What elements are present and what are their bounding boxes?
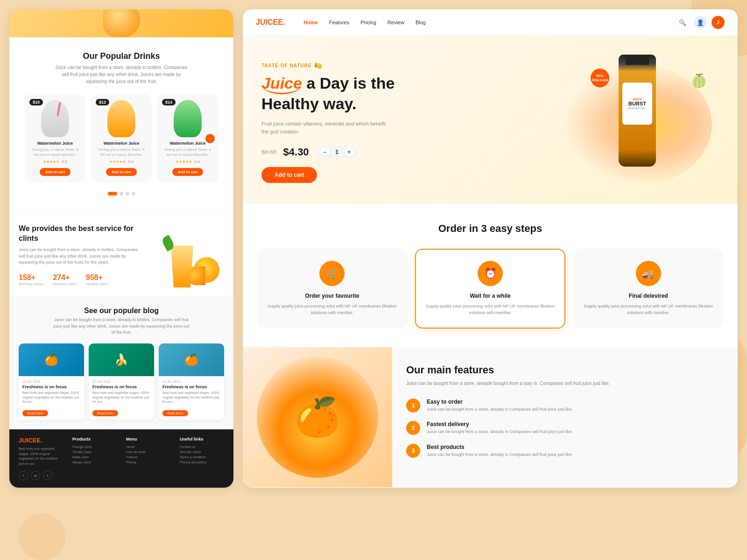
step-desc-2: Supply quality juice processing solut wi… xyxy=(581,303,715,316)
bottle-sub: ORANGE & PAS... xyxy=(627,107,647,110)
blog-date-2: 11 Jun 2023 xyxy=(162,380,220,383)
footer-useful-3[interactable]: Privacy and policy xyxy=(180,461,224,464)
avatar[interactable]: J xyxy=(712,16,725,29)
dot-3[interactable] xyxy=(126,192,129,196)
step-desc-0: Supply quality juice processing solut wi… xyxy=(265,303,399,316)
social-facebook[interactable]: f xyxy=(19,471,28,480)
steps-title: Order in 3 easy steps xyxy=(257,223,724,235)
footer-menu-2[interactable]: Feature xyxy=(126,455,170,459)
carousel-next-arrow[interactable]: → xyxy=(205,134,215,143)
discount-badge: 50% Discount xyxy=(591,69,609,87)
read-more-1[interactable]: Read more xyxy=(92,410,118,416)
nav-links: Home Features Pricing Review Blog xyxy=(303,20,676,25)
user-icon[interactable]: 👤 xyxy=(694,16,707,29)
service-text: We provides the best service for clints … xyxy=(19,224,142,286)
add-to-cart-hero[interactable]: Add to cart xyxy=(261,167,317,183)
stat-2: 958+ Healthy Juice xyxy=(86,273,108,286)
dot-1[interactable] xyxy=(108,192,117,196)
add-to-cart-2[interactable]: Add to cart xyxy=(172,168,203,176)
left-hero-area xyxy=(9,9,233,37)
stat-label-1: Delivery mans xyxy=(53,282,77,286)
step-card-0: 🛒 Order your favourite Supply quality ju… xyxy=(257,249,408,329)
feature-num-2: 3 xyxy=(406,444,420,458)
discount-percent: 50% xyxy=(596,74,604,78)
feature-text-0: Easy to order Juice can be bought from a… xyxy=(427,399,573,413)
discount-label: Discount xyxy=(592,78,608,82)
footer-link-0[interactable]: Orange Juice xyxy=(72,445,117,448)
hero-orange-splash xyxy=(103,9,140,37)
footer-link-3[interactable]: Mango Juice xyxy=(72,461,117,464)
qty-increase[interactable]: + xyxy=(345,147,354,157)
footer-brand-col: JUICEE. Best fruits and vegetable stages… xyxy=(19,437,63,480)
blog-post-title-0: Freshness is on focus xyxy=(22,385,80,389)
nav-link-home[interactable]: Home xyxy=(303,20,318,25)
footer-useful-2[interactable]: Terms & condition xyxy=(180,455,224,459)
features-section: 🍊 Our main features Juice can be bought … xyxy=(243,347,738,487)
footer-useful-1[interactable]: Security check xyxy=(180,450,224,454)
feature-desc-0: Juice can be bought from a store, alread… xyxy=(427,406,573,413)
add-to-cart-1[interactable]: Add to cart xyxy=(106,168,137,176)
social-twitter[interactable]: t xyxy=(43,471,52,480)
hero-old-price: $8.60 xyxy=(261,148,277,155)
footer-menu-1[interactable]: How we work xyxy=(126,450,170,454)
left-footer: JUICEE. Best fruits and vegetable stages… xyxy=(9,429,233,488)
blog-post-desc-1: Best fruits and vegetable stages, 100% o… xyxy=(92,391,150,404)
hero-tag: TASTE OF NATURE 🍋 xyxy=(261,62,556,69)
blog-grid: 🍊 10 Jun 2023 Freshness is on focus Best… xyxy=(19,343,224,420)
footer-link-2[interactable]: Malta Juice xyxy=(72,455,117,459)
search-icon[interactable]: 🔍 xyxy=(676,16,689,29)
blog-date-1: 10 Jun 2023 xyxy=(92,380,150,383)
blog-image-0: 🍊 xyxy=(19,343,84,376)
left-panel: Our Popular Drinks Juice can be bought f… xyxy=(9,9,233,488)
popular-drinks-title: Our Popular Drinks xyxy=(19,51,224,61)
stat-number-1: 274+ xyxy=(53,273,70,281)
feature-item-1: 2 Fastest delivery Juice can be bought f… xyxy=(406,421,724,435)
blog-date-0: 10 Jun 2023 xyxy=(22,380,80,383)
feature-title-2: Best products xyxy=(427,444,573,450)
blog-post-title-2: Freshness is on focus xyxy=(162,385,220,389)
drink-desc-2: Giving you a nature Taste. It life full … xyxy=(162,147,213,157)
stats-row: 158+ Running shops 274+ Delivery mans 95… xyxy=(19,273,142,286)
drink-desc-0: Giving you a nature Taste. It life full … xyxy=(29,147,81,157)
nav-link-blog[interactable]: Blog xyxy=(416,20,426,25)
hero-desc: Fruit juice contain vitamins, minerals a… xyxy=(261,120,392,136)
drink-desc-1: Giving you a nature Taste. It life full … xyxy=(96,147,147,157)
drink-price-0: $10 xyxy=(29,99,43,105)
footer-menu-3[interactable]: Pricing xyxy=(126,461,170,464)
hero-new-price: $4.30 xyxy=(283,146,309,158)
popular-drinks-section: Our Popular Drinks Juice can be bought f… xyxy=(9,37,233,212)
drink-name-1: Watermelon Juice xyxy=(96,141,147,146)
footer-menu-0[interactable]: Home xyxy=(126,445,170,448)
orange-2 xyxy=(187,266,205,285)
stat-0: 158+ Running shops xyxy=(19,273,43,286)
nav-link-pricing[interactable]: Pricing xyxy=(360,20,376,25)
step-title-2: Final delevired xyxy=(581,293,715,299)
qty-decrease[interactable]: − xyxy=(320,147,330,157)
add-to-cart-0[interactable]: Add to cart xyxy=(40,168,70,176)
social-instagram[interactable]: in xyxy=(31,471,40,480)
footer-useful-0[interactable]: Contact us xyxy=(180,445,224,448)
footer-link-1[interactable]: Tomato Juice xyxy=(72,450,117,454)
feature-text-1: Fastest delivery Juice can be bought fro… xyxy=(427,421,573,435)
footer-products-links: Orange Juice Tomato Juice Malta Juice Ma… xyxy=(72,445,117,464)
read-more-0[interactable]: Read more xyxy=(22,410,48,416)
drink-stars-1: ★★★★★ 5.0 xyxy=(96,160,147,164)
drink-image-2 xyxy=(174,100,202,137)
stat-label-0: Running shops xyxy=(19,282,43,286)
read-more-2[interactable]: Read more xyxy=(162,410,188,416)
nav-link-features[interactable]: Features xyxy=(329,20,349,25)
dot-4[interactable] xyxy=(132,192,135,196)
nav-link-review[interactable]: Review xyxy=(388,20,404,25)
footer-products-col: Products Orange Juice Tomato Juice Malta… xyxy=(72,437,117,480)
dot-2[interactable] xyxy=(120,192,123,196)
hero-content: TASTE OF NATURE 🍋 Juice a Day is theHeal… xyxy=(261,62,556,183)
blog-icon-2: 🍊 xyxy=(184,353,198,366)
blog-section: See our populer blog Juice can be bought… xyxy=(9,297,233,429)
nav-icons: 🔍 👤 J xyxy=(676,16,725,29)
feature-title-1: Fastest delivery xyxy=(427,421,573,427)
bottle-shape: JUICE BURST ORANGE & PAS... xyxy=(619,55,656,167)
footer-products-heading: Products xyxy=(72,437,117,441)
drink-card-1: $12 Watermelon Juice Giving you a nature… xyxy=(91,94,152,182)
blog-post-title-1: Freshness is on focus xyxy=(92,385,150,389)
step-title-1: Wait for a while xyxy=(423,293,557,299)
